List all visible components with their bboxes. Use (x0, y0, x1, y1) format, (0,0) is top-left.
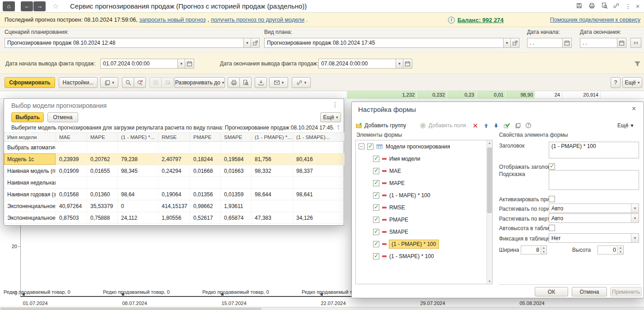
model-value-cell[interactable] (293, 177, 345, 188)
model-value-cell[interactable]: 0,18244 (190, 153, 221, 165)
favorite-button[interactable]: ☆ (51, 1, 61, 11)
request-new-forecast-link[interactable]: запросить новый прогноз (140, 17, 206, 23)
model-column-header[interactable]: Имя модели (4, 133, 56, 141)
copy-split-button[interactable]: ▾ (100, 77, 118, 88)
model-column-header[interactable]: (1 - PMAPE) *... (252, 133, 293, 141)
model-value-cell[interactable] (221, 177, 252, 188)
model-value-cell[interactable]: 0,01655 (87, 165, 118, 176)
tree-root-checkbox[interactable] (367, 143, 373, 150)
fact-start-dropdown-button[interactable]: ▾ (177, 59, 185, 69)
balance-link[interactable]: Баланс: 992 274 (457, 17, 504, 23)
service-assistant-link[interactable]: Помощник подключения к сервису (550, 17, 640, 23)
model-value-cell[interactable]: 0,01359 (221, 189, 252, 200)
date-start-calendar-button[interactable] (562, 38, 572, 48)
collapse-rows-button[interactable] (149, 77, 162, 88)
checkbox-checked-icon[interactable] (373, 192, 379, 199)
checkbox-checked-icon[interactable] (373, 204, 379, 211)
help-button[interactable]: ? (611, 77, 621, 88)
add-group-button[interactable]: Добавить группу (355, 120, 406, 131)
model-column-header[interactable]: RMSE (159, 133, 190, 141)
scrollbar-thumb[interactable] (0, 308, 261, 310)
checkbox-checked-icon[interactable] (373, 217, 379, 223)
scroll-down-icon[interactable]: ▼ (487, 280, 492, 283)
plan-dropdown-button[interactable]: ▾ (503, 38, 511, 48)
model-column-header[interactable]: MAE (56, 133, 87, 141)
model-table-row[interactable]: Наивная недельная... (4, 177, 345, 189)
plan-field[interactable]: Прогнозирование продаж 08.10.2024 17:45 (264, 38, 504, 48)
model-value-cell[interactable]: 0,01909 (56, 165, 87, 176)
tree-item[interactable]: MAPE (356, 177, 492, 189)
model-table-row[interactable]: Экспоненциальное ...40,9726435,533790414… (4, 200, 345, 212)
model-value-cell[interactable]: 34,126 (293, 212, 345, 223)
find-button[interactable] (600, 2, 609, 10)
model-value-cell[interactable] (252, 177, 293, 188)
model-value-cell[interactable] (190, 177, 221, 188)
print-table-button[interactable] (228, 77, 240, 88)
fact-start-calendar-button[interactable] (185, 59, 194, 69)
send-email-split-button[interactable]: ▾ (269, 77, 288, 88)
tree-item[interactable]: PMAPE (356, 213, 492, 226)
tree-item[interactable]: (1 - MAPE) * 100 (356, 189, 492, 201)
ok-button[interactable]: ОК (535, 287, 568, 296)
scrollbar-thumb[interactable] (487, 148, 492, 213)
fact-start-field[interactable]: 01.07.2024 0:00:00 (100, 59, 178, 69)
checkbox-checked-icon[interactable] (373, 229, 379, 235)
select-button[interactable]: Выбрать (11, 112, 44, 122)
model-table-row[interactable]: Выбрать автоматич... (4, 142, 345, 153)
fact-end-field[interactable]: 07.08.2024 0:00:00 (318, 59, 396, 69)
model-column-header[interactable]: PMAPE (190, 133, 221, 141)
close-dialog-button[interactable]: × (632, 105, 636, 112)
model-value-cell[interactable]: 98,644 (252, 189, 293, 200)
model-value-cell[interactable]: 98,337 (293, 165, 345, 176)
tree-root-row[interactable]: − Модели прогнозирования (356, 140, 492, 153)
model-table-row[interactable]: Наивная годовая (з...0,015680,0136098,64… (4, 189, 345, 200)
model-value-cell[interactable]: 2,40797 (159, 153, 190, 165)
model-value-cell[interactable]: 0,19584 (221, 153, 252, 165)
add-fields-button[interactable]: Добавить поля (420, 120, 466, 131)
model-value-cell[interactable]: 1,93611 (221, 200, 252, 212)
model-column-header[interactable]: (1 - MAPE) *... (118, 133, 159, 141)
checkbox-checked-icon[interactable] (373, 180, 379, 186)
back-button[interactable]: ← (21, 1, 33, 11)
model-value-cell[interactable] (87, 177, 118, 188)
model-value-cell[interactable] (56, 142, 87, 153)
date-start-field[interactable]: . . (527, 38, 563, 48)
model-table-row[interactable]: Модель 1с0,239390,2076279,2382,407970,18… (4, 153, 345, 165)
copy-element-button[interactable] (513, 120, 523, 130)
model-value-cell[interactable]: 0,24294 (159, 165, 190, 176)
window-menu-button[interactable]: ⋮ (625, 2, 631, 10)
property-input[interactable] (549, 142, 639, 158)
dialog-menu-button[interactable]: ⋮ (332, 101, 338, 108)
model-column-header[interactable]: (1 - SMAPE)... (293, 133, 345, 141)
forward-button[interactable]: → (33, 1, 46, 11)
cancel-search-button[interactable] (134, 77, 146, 88)
checkbox-checked-icon[interactable] (373, 168, 379, 174)
model-value-cell[interactable]: 414,15137 (159, 200, 190, 212)
model-value-cell[interactable] (293, 200, 345, 212)
spin-up-icon[interactable]: ▲ (541, 246, 546, 250)
model-value-cell[interactable]: 0 (118, 200, 159, 212)
property-input[interactable] (549, 170, 639, 190)
move-down-button[interactable] (491, 120, 501, 130)
model-value-cell[interactable]: 0,52617 (190, 212, 221, 223)
link-split-button[interactable]: ▾ (292, 77, 311, 88)
width-stepper[interactable]: 8 ▲▼ (521, 245, 547, 254)
tree-item[interactable]: (1 - SMAPE) * 100 (356, 250, 492, 262)
property-checkbox[interactable] (549, 225, 555, 231)
model-value-cell[interactable] (293, 142, 345, 153)
cancel-button[interactable]: Отмена (47, 112, 78, 122)
model-table-row[interactable]: Наивная модель (п...0,019090,0165598,345… (4, 165, 345, 177)
scenario-dropdown-button[interactable]: ▾ (243, 38, 251, 48)
chevron-down-icon[interactable]: ▾ (631, 214, 639, 222)
spin-down-icon[interactable]: ▼ (541, 250, 546, 254)
print-button[interactable] (587, 2, 596, 10)
horizontal-scrollbar[interactable] (0, 307, 644, 310)
model-value-cell[interactable]: 0,98662 (190, 200, 221, 212)
chevron-down-icon[interactable]: ▾ (631, 234, 639, 242)
spin-down-icon[interactable]: ▼ (618, 250, 623, 254)
more-button[interactable]: Ещё ▾ (622, 77, 642, 88)
discussions-button[interactable] (630, 38, 641, 48)
model-column-header[interactable]: SMAPE (221, 133, 252, 141)
model-name-cell[interactable]: Выбрать автоматич... (4, 142, 56, 153)
model-value-cell[interactable]: 35,53379 (87, 200, 118, 212)
